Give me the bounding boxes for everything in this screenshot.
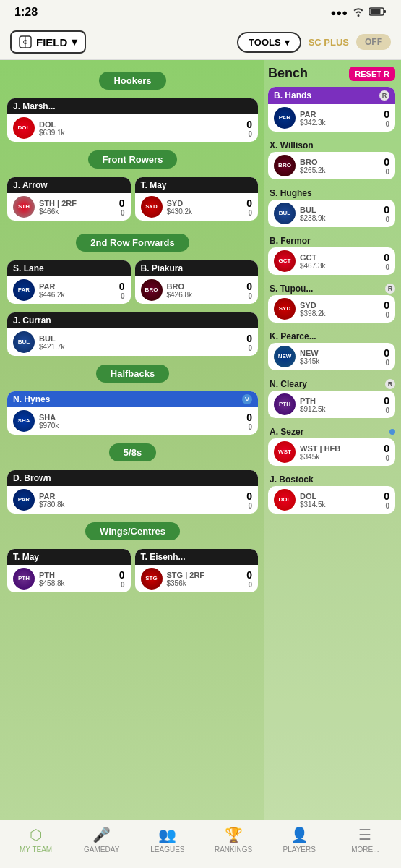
player-card-slane[interactable]: S. Lane PAR PAR $446.2k 0 0: [7, 260, 131, 304]
nav-more-label: MORE...: [351, 846, 379, 854]
bench-info-asezer: WST | HFB $345k: [300, 444, 379, 461]
nav-more[interactable]: ☰ MORE...: [345, 826, 385, 854]
nav-rankings[interactable]: 🏆 RANKINGS: [214, 826, 254, 854]
bench-section-ncleary: N. ClearyR: [268, 376, 395, 391]
bench-card-kpearce[interactable]: NEW NEW $345k 00: [268, 343, 395, 370]
bench-card-shughes[interactable]: BUL BUL $238.9k 00: [268, 200, 395, 227]
player-logo-jarrow: STH: [13, 196, 35, 218]
player-card-dbrown[interactable]: D. Brown PAR PAR $780.8k 0 0: [7, 470, 258, 514]
player-team-jcurran: BUL: [39, 334, 242, 343]
svg-rect-1: [384, 10, 386, 13]
toggle-button[interactable]: OFF: [356, 34, 391, 50]
player-card-jcurran[interactable]: J. Curran BUL BUL $421.7k 0 0: [7, 312, 258, 356]
bench-card-jbostock[interactable]: DOL DOL $314.5k 00: [268, 486, 395, 514]
player-score-tmay1: 0 0: [246, 197, 252, 217]
bench-score-ncleary: 00: [384, 395, 389, 414]
wifi-icon: [352, 7, 365, 19]
player-body-dbrown: PAR PAR $780.8k 0 0: [7, 486, 258, 514]
player-body-jarrow: STH STH | 2RF $466k 0 0: [7, 193, 131, 221]
bench-header-bhands: B. Hands R: [268, 87, 395, 104]
bench-score-xwillison: 00: [384, 156, 389, 176]
nav-leagues-label: LEAGUES: [150, 846, 184, 854]
wings-centres-label: Wings/Centres: [85, 522, 180, 540]
player-name-tmay1: T. May: [141, 180, 167, 190]
bench-card-ncleary[interactable]: PTH PTH $912.5k 00: [268, 391, 395, 418]
bench-logo-ncleary: PTH: [274, 393, 296, 415]
nav-gameday-icon: 🎤: [92, 826, 111, 843]
badge-dot-asezer: [389, 429, 395, 435]
player-header-teisenhardt: T. Eisenh...: [135, 549, 259, 565]
player-score-nhynes: 0 0: [246, 412, 252, 431]
bench-body-ncleary: PTH PTH $912.5k 00: [268, 391, 395, 418]
player-header-bpiakura: B. Piakura: [135, 260, 259, 276]
tools-label: TOOLS: [249, 37, 281, 48]
field-button[interactable]: FIELD ▾: [10, 30, 86, 54]
nav-rankings-label: RANKINGS: [215, 846, 252, 854]
bench-section-jbostock: J. Bostock: [268, 472, 395, 486]
player-card-bpiakura[interactable]: B. Piakura BRO BRO $426.8k 0 0: [135, 260, 259, 304]
nav-players[interactable]: 👤 PLAYERS: [280, 826, 319, 854]
player-price-jcurran: $421.7k: [39, 343, 242, 351]
player-body-nhynes: SHA SHA $970k 0 0: [7, 407, 258, 435]
bench-score-asezer: 00: [384, 443, 389, 462]
second-row-section: 2nd Row Forwards: [7, 229, 258, 256]
nav-leagues[interactable]: 👥 LEAGUES: [147, 826, 187, 854]
player-price-tmay2: $458.8k: [39, 579, 115, 587]
player-price-slane: $446.2k: [39, 291, 115, 299]
badge-r-bhands: R: [379, 90, 389, 101]
second-row-label: 2nd Row Forwards: [76, 234, 189, 252]
player-info-slane: PAR $446.2k: [39, 282, 115, 299]
player-card-jmarsh[interactable]: J. Marsh... DOL DOL $639.1k 0 0: [7, 98, 258, 142]
bench-card-xwillison[interactable]: BRO BRO $265.2k 00: [268, 152, 395, 179]
bench-info-bfermor: GCT $467.3k: [300, 253, 379, 270]
player-card-tmay2[interactable]: T. May PTH PTH $458.8k 0 0: [7, 549, 131, 592]
player-logo-bpiakura: BRO: [141, 279, 163, 301]
player-card-nhynes[interactable]: N. Hynes V SHA SHA $970k 0 0: [7, 391, 258, 435]
player-body-slane: PAR PAR $446.2k 0 0: [7, 276, 131, 304]
player-score-jmarsh: 0 0: [246, 119, 252, 138]
bench-body-jbostock: DOL DOL $314.5k 00: [268, 486, 395, 514]
reset-button[interactable]: RESET R: [349, 67, 395, 81]
player-info-nhynes: SHA $970k: [39, 413, 242, 430]
nav-my-team[interactable]: ⬡ MY TEAM: [16, 826, 56, 854]
player-header-nhynes: N. Hynes V: [7, 391, 258, 407]
player-name-slane: S. Lane: [13, 263, 44, 273]
player-price-bpiakura: $426.8k: [167, 291, 243, 299]
bench-logo-bfermor: GCT: [274, 250, 296, 272]
player-team-jarrow: STH | 2RF: [39, 199, 115, 208]
bench-body-asezer: WST WST | HFB $345k 00: [268, 438, 395, 466]
bench-card-asezer[interactable]: WST WST | HFB $345k 00: [268, 438, 395, 466]
player-card-tmay1[interactable]: T. May SYD SYD $430.2k 0 0: [135, 177, 259, 221]
player-info-dbrown: PAR $780.8k: [39, 492, 242, 509]
nav-my-team-label: MY TEAM: [20, 846, 52, 854]
bench-info-ncleary: PTH $912.5k: [300, 396, 379, 413]
bench-card-bfermor[interactable]: GCT GCT $467.3k 00: [268, 247, 395, 275]
bench-section-asezer: A. Sezer: [268, 424, 395, 438]
player-logo-tmay1: SYD: [141, 196, 163, 218]
nav-more-icon: ☰: [358, 826, 371, 843]
player-card-teisenhardt[interactable]: T. Eisenh... STG STG | 2RF $356k 0 0: [135, 549, 259, 592]
bench-logo-asezer: WST: [274, 441, 296, 463]
bench-body-xwillison: BRO BRO $265.2k 00: [268, 152, 395, 179]
badge-r-stupou: R: [385, 284, 395, 294]
bench-logo-xwillison: BRO: [274, 155, 296, 176]
svg-rect-2: [371, 9, 381, 14]
player-team-teisenhardt: STG | 2RF: [167, 571, 243, 579]
nav-gameday[interactable]: 🎤 GAMEDAY: [82, 826, 121, 854]
player-card-jarrow[interactable]: J. Arrow STH STH | 2RF $466k 0 0: [7, 177, 131, 221]
player-body-jmarsh: DOL DOL $639.1k 0 0: [7, 114, 258, 142]
status-bar: 1:28 ●●●: [0, 0, 401, 25]
player-score-dbrown: 0 0: [246, 490, 252, 510]
bottom-nav: ⬡ MY TEAM 🎤 GAMEDAY 👥 LEAGUES 🏆 RANKINGS…: [0, 820, 401, 868]
player-name-jarrow: J. Arrow: [13, 180, 48, 190]
player-body-tmay2: PTH PTH $458.8k 0 0: [7, 565, 131, 592]
bench-card-bhands[interactable]: B. Hands R PAR PAR $342.3k 00: [268, 87, 395, 132]
player-price-jmarsh: $639.1k: [39, 129, 242, 137]
bench-title: Bench: [268, 66, 308, 81]
bench-logo-shughes: BUL: [274, 203, 296, 224]
tools-button[interactable]: TOOLS ▾: [237, 32, 301, 53]
bench-card-stupou[interactable]: SYD SYD $398.2k 00: [268, 295, 395, 323]
bench-info-shughes: BUL $238.9k: [300, 205, 379, 222]
field-chevron-icon: ▾: [72, 35, 77, 48]
player-price-tmay1: $430.2k: [167, 208, 243, 216]
